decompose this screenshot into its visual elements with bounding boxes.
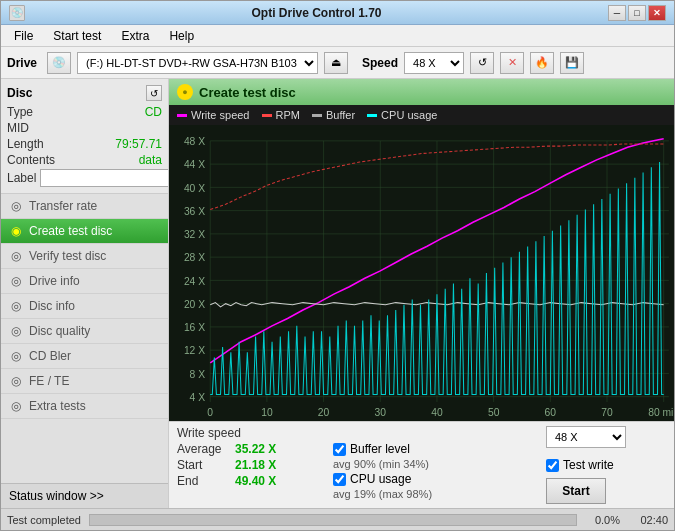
disc-label-label: Label (7, 171, 36, 185)
nav-verify-test-disc[interactable]: ◎ Verify test disc (1, 244, 168, 269)
legend-write-speed: Write speed (177, 109, 250, 121)
start-value: 21.18 X (235, 458, 295, 472)
nav-transfer-rate-label: Transfer rate (29, 199, 97, 213)
close-button[interactable]: ✕ (648, 5, 666, 21)
stats-left: Write speed Average 35.22 X Start 21.18 … (177, 426, 317, 488)
cpu-usage-label: CPU usage (350, 472, 411, 486)
svg-text:8 X: 8 X (190, 369, 205, 380)
disc-type-value: CD (145, 105, 162, 119)
svg-text:28 X: 28 X (184, 252, 205, 263)
chart-container: 48 X 44 X 40 X 36 X 32 X 28 X 24 X 20 X … (169, 125, 674, 421)
svg-text:20: 20 (318, 407, 330, 418)
legend-rpm: RPM (262, 109, 300, 121)
nav-create-test-disc[interactable]: ◉ Create test disc (1, 219, 168, 244)
menu-file[interactable]: File (5, 26, 42, 46)
nav-cd-bler-label: CD Bler (29, 349, 71, 363)
cpu-usage-checkbox[interactable] (333, 473, 346, 486)
toolbar: Drive 💿 (F:) HL-DT-ST DVD+-RW GSA-H73N B… (1, 47, 674, 79)
svg-text:32 X: 32 X (184, 229, 205, 240)
nav-extra-tests-label: Extra tests (29, 399, 86, 413)
minimize-button[interactable]: ─ (608, 5, 626, 21)
nav-fe-te[interactable]: ◎ FE / TE (1, 369, 168, 394)
start-button[interactable]: Start (546, 478, 606, 504)
drive-select[interactable]: (F:) HL-DT-ST DVD+-RW GSA-H73N B103 (77, 52, 318, 74)
nav-extra-tests[interactable]: ◎ Extra tests (1, 394, 168, 419)
svg-text:30: 30 (375, 407, 387, 418)
svg-text:44 X: 44 X (184, 159, 205, 170)
nav-items: ◎ Transfer rate ◉ Create test disc ◎ Ver… (1, 194, 168, 483)
transfer-rate-icon: ◎ (9, 199, 23, 213)
svg-text:4 X: 4 X (190, 392, 205, 403)
status-window-btn[interactable]: Status window >> (1, 483, 168, 508)
stats-middle: Buffer level avg 90% (min 34%) CPU usage… (333, 426, 530, 500)
buffer-level-label: Buffer level (350, 442, 410, 456)
svg-text:40: 40 (431, 407, 443, 418)
disc-contents-value: data (139, 153, 162, 167)
test-write-checkbox[interactable] (546, 459, 559, 472)
svg-rect-0 (169, 125, 674, 421)
right-speed-select[interactable]: 48 X (546, 426, 626, 448)
nav-drive-info[interactable]: ◎ Drive info (1, 269, 168, 294)
svg-text:48 X: 48 X (184, 136, 205, 147)
menu-extra[interactable]: Extra (112, 26, 158, 46)
erase-button[interactable]: ✕ (500, 52, 524, 74)
bottom-area: Write speed Average 35.22 X Start 21.18 … (169, 421, 674, 508)
content-area: ● Create test disc Write speed RPM Buffe… (169, 79, 674, 508)
svg-text:0: 0 (207, 407, 213, 418)
end-extra: avg 19% (max 98%) (333, 488, 432, 500)
disc-refresh-btn[interactable]: ↺ (146, 85, 162, 101)
extra-tests-icon: ◎ (9, 399, 23, 413)
nav-cd-bler[interactable]: ◎ CD Bler (1, 344, 168, 369)
maximize-button[interactable]: □ (628, 5, 646, 21)
nav-disc-info-label: Disc info (29, 299, 75, 313)
nav-create-test-disc-label: Create test disc (29, 224, 112, 238)
status-window-label: Status window >> (9, 489, 104, 503)
svg-text:70: 70 (601, 407, 613, 418)
create-test-disc-icon: ◉ (9, 224, 23, 238)
speed-select[interactable]: 48 X (404, 52, 464, 74)
disc-length-label: Length (7, 137, 44, 151)
content-title: Create test disc (199, 85, 296, 100)
drive-info-icon: ◎ (9, 274, 23, 288)
refresh-button[interactable]: ↺ (470, 52, 494, 74)
nav-verify-test-disc-label: Verify test disc (29, 249, 106, 263)
sidebar: Disc ↺ Type CD MID Length 79:57.71 Conte… (1, 79, 169, 508)
end-value: 49.40 X (235, 474, 295, 488)
nav-disc-quality[interactable]: ◎ Disc quality (1, 319, 168, 344)
svg-text:16 X: 16 X (184, 322, 205, 333)
nav-fe-te-label: FE / TE (29, 374, 69, 388)
status-text: Test completed (7, 514, 81, 526)
legend-rpm-dot (262, 114, 272, 117)
nav-transfer-rate[interactable]: ◎ Transfer rate (1, 194, 168, 219)
legend-cpu-dot (367, 114, 377, 117)
svg-text:20 X: 20 X (184, 299, 205, 310)
save-button[interactable]: 💾 (560, 52, 584, 74)
end-label: End (177, 474, 227, 488)
svg-text:36 X: 36 X (184, 206, 205, 217)
status-time: 02:40 (628, 514, 668, 526)
progress-bar-container (89, 514, 577, 526)
menu-bar: File Start test Extra Help (1, 25, 674, 47)
svg-text:10: 10 (261, 407, 273, 418)
menu-start-test[interactable]: Start test (44, 26, 110, 46)
content-header: ● Create test disc (169, 79, 674, 105)
speed-label: Speed (362, 56, 398, 70)
nav-disc-info[interactable]: ◎ Disc info (1, 294, 168, 319)
disc-contents-label: Contents (7, 153, 55, 167)
drive-icon-btn[interactable]: 💿 (47, 52, 71, 74)
verify-test-disc-icon: ◎ (9, 249, 23, 263)
chart-svg: 48 X 44 X 40 X 36 X 32 X 28 X 24 X 20 X … (169, 125, 674, 421)
menu-help[interactable]: Help (160, 26, 203, 46)
svg-text:50: 50 (488, 407, 500, 418)
buffer-level-checkbox[interactable] (333, 443, 346, 456)
eject-button[interactable]: ⏏ (324, 52, 348, 74)
test-write-label: Test write (563, 458, 614, 472)
legend-rpm-label: RPM (276, 109, 300, 121)
burn-button[interactable]: 🔥 (530, 52, 554, 74)
status-percent: 0.0% (585, 514, 620, 526)
disc-label-input[interactable] (40, 169, 169, 187)
fe-te-icon: ◎ (9, 374, 23, 388)
legend-buffer-dot (312, 114, 322, 117)
app-icon: 💿 (9, 5, 25, 21)
start-label: Start (177, 458, 227, 472)
